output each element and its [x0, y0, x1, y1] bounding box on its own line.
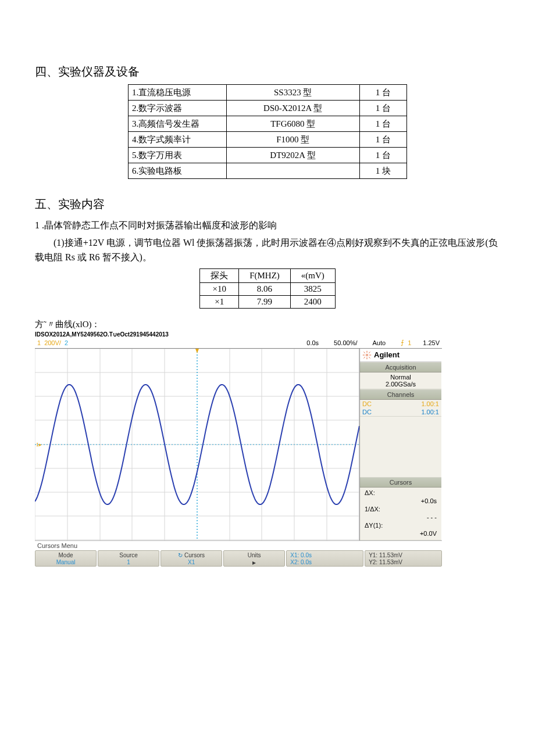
scope-side-panel: Agilent Acquisition Normal 2.00GSa/s Cha… — [360, 349, 441, 540]
softkey-source[interactable]: Source1 — [98, 550, 159, 567]
chevron-right-icon: ▸ — [224, 559, 284, 566]
trigger-channel: 1 — [408, 339, 411, 346]
table-row: 6.实验电路板1 块 — [129, 163, 407, 179]
softkey-units[interactable]: Units▸ — [223, 550, 285, 567]
table-row: 5.数字万用表DT9202A 型1 台 — [129, 148, 407, 163]
softkey-mode[interactable]: ModeManual — [35, 550, 97, 567]
ch1-index: 1 — [37, 339, 41, 346]
channels-block: DC1.00:1 DC1.00:1 — [360, 400, 441, 417]
softkey-row: ModeManual Source1 ↻ Cursors X1 Units▸ X… — [35, 550, 442, 567]
measurement-table: 探头 F(MHZ) «(mV) ×10 8.06 3825 ×1 7.99 24… — [199, 268, 336, 309]
scope-waveform-area: 1▸ — [35, 349, 360, 540]
scope-info-line: IDSOX2012A,MY5249562O.T∪eOct291945442013 — [35, 331, 500, 338]
section4-title: 四、实验仪器及设备 — [35, 64, 500, 80]
acquisition-block: Normal 2.00GSa/s — [360, 372, 441, 389]
section5-title: 五、实验内容 — [35, 196, 500, 212]
svg-marker-21 — [195, 349, 199, 353]
svg-point-23 — [366, 354, 368, 356]
curve-label: 方˜〃曲线(xlO)： — [35, 319, 500, 330]
scope-topbar: 1 200V/ 2 0.0s 50.00%/ Auto ⨍ 1 1.25V — [35, 338, 442, 348]
softkey-cursors[interactable]: ↻ Cursors X1 — [160, 550, 222, 567]
softkey-y-values[interactable]: Y1: 11.53mVY2: 11.53mV — [365, 550, 442, 567]
cursors-block: ΔX: +0.0s 1/ΔX: - - - ΔY(1): +0.0V — [360, 488, 441, 540]
run-mode: Auto — [372, 339, 386, 346]
cursors-menu-label: Cursors Menu — [35, 540, 442, 550]
ch2-index: 2 — [65, 339, 68, 346]
svg-line-31 — [363, 357, 365, 358]
table-row: 3.高频信号发生器TFG6080 型1 台 — [129, 116, 407, 132]
agilent-brand: Agilent — [360, 349, 441, 362]
time-scale: 50.00%/ — [334, 339, 357, 346]
paragraph-2: (1)接通+12V 电源，调节电位器 Wl 使振荡器振荡，此时用示波器在④点刚好… — [35, 235, 500, 265]
svg-line-30 — [369, 352, 370, 353]
paragraph-1: 1 .晶体管静态工作点不同时对振荡器输出幅度和波形的影响 — [35, 218, 500, 233]
ch1-scale: 200V/ — [44, 339, 61, 346]
waveform-svg: 1▸ — [35, 349, 359, 540]
softkey-x-values[interactable]: X1: 0.0sX2: 0.0s — [286, 550, 363, 567]
svg-text:1▸: 1▸ — [36, 442, 42, 447]
trigger-level: 1.25V — [423, 339, 440, 346]
equipment-table: 1.直流稳压电源SS3323 型1 台 2.数字示波器DS0-X2012A 型1… — [128, 84, 407, 179]
svg-line-29 — [369, 357, 370, 358]
trigger-edge-icon: ⨍ — [401, 339, 404, 346]
table-row: ×10 8.06 3825 — [200, 282, 336, 295]
channels-header: Channels — [360, 389, 441, 400]
table-row: 2.数字示波器DS0-X2012A 型1 台 — [129, 101, 407, 116]
oscilloscope-screenshot: 1 200V/ 2 0.0s 50.00%/ Auto ⨍ 1 1.25V — [35, 338, 442, 567]
table-row: 1.直流稳压电源SS3323 型1 台 — [129, 85, 407, 101]
cursors-header: Cursors — [360, 477, 441, 488]
svg-line-28 — [363, 352, 365, 353]
table-row: 4.数字式频率计F1000 型1 台 — [129, 132, 407, 148]
agilent-spark-icon — [362, 350, 372, 360]
acquisition-header: Acquisition — [360, 362, 441, 372]
time-position: 0.0s — [306, 339, 319, 346]
cycle-icon: ↻ — [178, 552, 183, 558]
table-row: ×1 7.99 2400 — [200, 295, 336, 308]
